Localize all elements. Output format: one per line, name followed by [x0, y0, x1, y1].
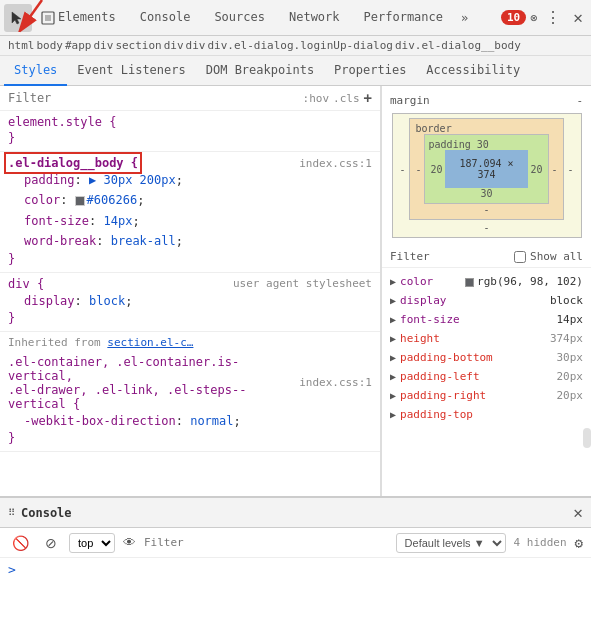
- computed-item-padding-top[interactable]: ▶ padding-top: [390, 405, 583, 424]
- tab-performance[interactable]: Performance: [352, 0, 455, 36]
- context-selector[interactable]: top: [69, 533, 115, 553]
- element-style-selector: element.style {: [8, 115, 372, 129]
- console-input-row: >: [0, 558, 591, 581]
- el-container-source[interactable]: index.css:1: [299, 376, 372, 389]
- ua-label: user agent stylesheet: [233, 277, 372, 290]
- color-swatch: [465, 278, 474, 287]
- eye-icon[interactable]: 👁: [123, 535, 136, 550]
- error-icon[interactable]: ⊗: [530, 11, 537, 25]
- styles-panel: :hov .cls + element.style { } .el-dialog…: [0, 86, 381, 496]
- margin-right-val: -: [564, 118, 576, 220]
- main-area: :hov .cls + element.style { } .el-dialog…: [0, 86, 591, 496]
- console-title: Console: [21, 506, 573, 520]
- computed-item-height[interactable]: ▶ height 374px: [390, 329, 583, 348]
- prop-padding[interactable]: padding: ▶ 30px 200px;: [24, 170, 372, 190]
- toggle-class-button[interactable]: .cls: [333, 92, 360, 105]
- el-dialog-body-selector[interactable]: .el-dialog__body {: [8, 156, 138, 170]
- computed-item-padding-left[interactable]: ▶ padding-left 20px: [390, 367, 583, 386]
- scrollbar-thumb[interactable]: [583, 428, 591, 448]
- prop-font-size[interactable]: font-size: 14px;: [24, 211, 372, 231]
- bc-div3[interactable]: div: [186, 39, 206, 52]
- add-style-rule-button[interactable]: +: [364, 90, 372, 106]
- bc-div1[interactable]: div: [94, 39, 114, 52]
- more-options-button[interactable]: ⋮: [541, 8, 565, 27]
- computed-item-color[interactable]: ▶ color rgb(96, 98, 102): [390, 272, 583, 291]
- computed-panel: margin - - - border -: [381, 86, 591, 496]
- log-levels-selector[interactable]: Default levels ▼: [396, 533, 506, 553]
- tab-properties[interactable]: Properties: [324, 56, 416, 86]
- el-container-closing: }: [8, 431, 372, 445]
- prop-name-padding-right: padding-right: [400, 389, 556, 402]
- expand-icon: ▶: [390, 295, 396, 306]
- show-all-label[interactable]: Show all: [530, 250, 583, 263]
- computed-item-font-size[interactable]: ▶ font-size 14px: [390, 310, 583, 329]
- clear-console-button[interactable]: 🚫: [8, 533, 33, 553]
- bc-div2[interactable]: div: [164, 39, 184, 52]
- bc-html[interactable]: html: [8, 39, 35, 52]
- content-size: 187.094 × 374: [445, 150, 529, 188]
- border-label: border: [414, 123, 560, 134]
- filter-label: Filter: [390, 250, 430, 263]
- prop-word-break[interactable]: word-break: break-all;: [24, 231, 372, 251]
- expand-icon: ▶: [390, 333, 396, 344]
- show-all-container: Show all: [514, 250, 583, 263]
- tab-console[interactable]: Console: [128, 0, 203, 36]
- computed-list: ▶ color rgb(96, 98, 102) ▶ display block…: [382, 268, 591, 428]
- inherited-label: Inherited from section.el-c…: [0, 332, 380, 351]
- border-left-val: -: [414, 134, 424, 204]
- breadcrumb: html body #app div section div div div.e…: [0, 36, 591, 56]
- prop-value-display: block: [550, 294, 583, 307]
- sub-tabs: Styles Event Listeners DOM Breakpoints P…: [0, 56, 591, 86]
- box-model-label: margin: [390, 94, 430, 107]
- console-close-button[interactable]: ✕: [573, 503, 583, 522]
- margin-bottom-val: -: [397, 220, 577, 233]
- prop-display[interactable]: display: block;: [24, 291, 372, 311]
- el-dialog-body-props: padding: ▶ 30px 200px; color: #606266; f…: [8, 170, 372, 252]
- box-model-collapse-button[interactable]: -: [576, 94, 583, 107]
- console-filter-button[interactable]: ⊘: [41, 533, 61, 553]
- tab-dom-breakpoints[interactable]: DOM Breakpoints: [196, 56, 324, 86]
- margin-left-val: -: [397, 118, 409, 220]
- prop-value-height: 374px: [550, 332, 583, 345]
- error-count-badge: 10: [501, 10, 526, 25]
- padding-bottom-val: 30: [429, 188, 545, 199]
- show-all-checkbox[interactable]: [514, 251, 526, 263]
- padding-right-val: 20: [528, 150, 544, 188]
- box-model-diagram: - - border - padding 30: [392, 113, 582, 238]
- prop-webkit-box-direction[interactable]: -webkit-box-direction: normal;: [24, 411, 372, 431]
- filter-bar: :hov .cls +: [0, 86, 380, 111]
- box-model-title: margin -: [390, 94, 583, 107]
- more-tabs-button[interactable]: »: [455, 7, 474, 29]
- el-dialog-body-source[interactable]: index.css:1: [299, 157, 372, 170]
- console-settings-button[interactable]: ⚙: [575, 535, 583, 551]
- computed-item-padding-bottom[interactable]: ▶ padding-bottom 30px: [390, 348, 583, 367]
- console-filter-input[interactable]: [144, 536, 388, 549]
- console-input[interactable]: [22, 563, 583, 577]
- computed-item-display[interactable]: ▶ display block: [390, 291, 583, 310]
- el-container-props: -webkit-box-direction: normal;: [8, 411, 372, 431]
- computed-item-padding-right[interactable]: ▶ padding-right 20px: [390, 386, 583, 405]
- tab-styles[interactable]: Styles: [4, 56, 67, 86]
- tab-network[interactable]: Network: [277, 0, 352, 36]
- expand-icon: ▶: [390, 409, 396, 420]
- expand-icon: ▶: [390, 371, 396, 382]
- tab-elements[interactable]: Elements: [46, 0, 128, 36]
- console-drag-handle[interactable]: ⠿: [8, 507, 15, 518]
- prop-color[interactable]: color: #606266;: [24, 190, 372, 210]
- bc-dialog-body[interactable]: div.el-dialog__body: [395, 39, 521, 52]
- prop-value-padding-left: 20px: [557, 370, 584, 383]
- tab-sources[interactable]: Sources: [202, 0, 277, 36]
- el-container-selector: .el-container, .el-container.is-vertical…: [8, 355, 299, 411]
- bc-section[interactable]: section: [115, 39, 161, 52]
- bc-body[interactable]: body: [37, 39, 64, 52]
- tab-accessibility[interactable]: Accessibility: [416, 56, 530, 86]
- tab-event-listeners[interactable]: Event Listeners: [67, 56, 195, 86]
- force-element-state-button[interactable]: :hov: [303, 92, 330, 105]
- cursor-tool-button[interactable]: [4, 4, 32, 32]
- inherited-link[interactable]: section.el-c…: [107, 336, 193, 349]
- filter-input[interactable]: [8, 91, 299, 105]
- expand-icon: ▶: [390, 314, 396, 325]
- bc-app[interactable]: #app: [65, 39, 92, 52]
- bc-dialog[interactable]: div.el-dialog.loginUp-dialog: [207, 39, 392, 52]
- devtools-close-button[interactable]: ✕: [569, 8, 587, 27]
